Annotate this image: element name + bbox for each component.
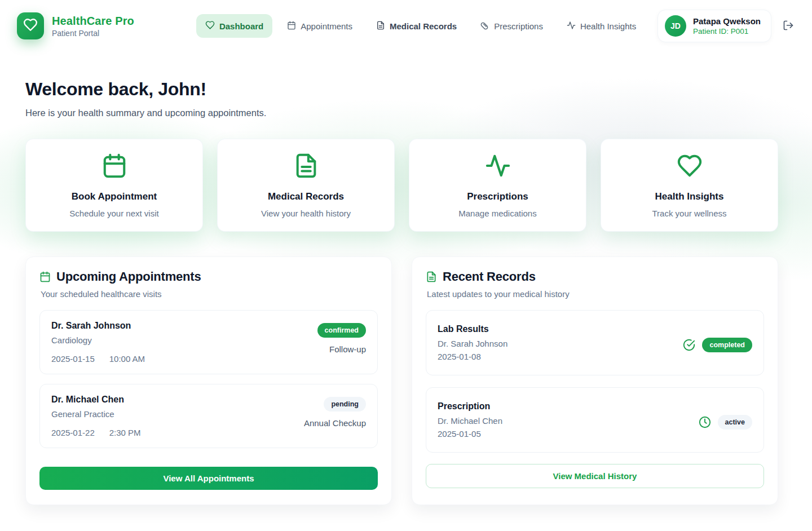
appointment-time: 2:30 PM bbox=[109, 428, 141, 437]
nav-health-insights-label: Health Insights bbox=[580, 21, 636, 31]
clock-icon bbox=[699, 416, 711, 428]
panel-title: Upcoming Appointments bbox=[56, 269, 201, 284]
calendar-icon bbox=[39, 271, 51, 282]
view-all-appointments-button[interactable]: View All Appointments bbox=[39, 467, 378, 490]
appointment-item[interactable]: Dr. Michael Chen General Practice 2025-0… bbox=[39, 384, 378, 448]
appointment-item[interactable]: Dr. Sarah Johnson Cardiology 2025-01-15 … bbox=[39, 310, 378, 374]
appointment-type: Follow-up bbox=[329, 344, 366, 354]
card-title: Medical Records bbox=[268, 191, 344, 202]
specialty: Cardiology bbox=[51, 335, 145, 345]
header: HealthCare Pro Patient Portal Dashboard … bbox=[0, 0, 812, 52]
appointment-type: Annual Checkup bbox=[304, 418, 366, 428]
quick-actions: Book Appointment Schedule your next visi… bbox=[25, 139, 778, 232]
logout-button[interactable] bbox=[780, 17, 796, 35]
card-subtitle: Track your wellness bbox=[652, 209, 727, 218]
panels-row: Upcoming Appointments Your scheduled hea… bbox=[25, 256, 778, 505]
activity-icon bbox=[485, 153, 511, 181]
record-item[interactable]: Lab Results Dr. Sarah Johnson 2025-01-08… bbox=[426, 310, 764, 375]
record-title: Prescription bbox=[438, 401, 502, 411]
user-name: Patapa Qwekson bbox=[693, 16, 761, 26]
heart-icon bbox=[205, 20, 215, 32]
card-book-appointment[interactable]: Book Appointment Schedule your next visi… bbox=[25, 139, 203, 232]
appointment-date: 2025-01-15 bbox=[51, 354, 95, 364]
status-badge: completed bbox=[702, 338, 752, 352]
heart-icon bbox=[677, 153, 703, 181]
doctor-name: Dr. Michael Chen bbox=[51, 395, 141, 405]
card-subtitle: View your health history bbox=[261, 209, 351, 218]
card-prescriptions[interactable]: Prescriptions Manage medications bbox=[409, 139, 586, 232]
status-badge: confirmed bbox=[317, 323, 366, 338]
nav-appointments[interactable]: Appointments bbox=[278, 15, 361, 38]
status-badge: active bbox=[718, 415, 752, 430]
nav-medical-records[interactable]: Medical Records bbox=[367, 15, 466, 38]
card-title: Health Insights bbox=[655, 191, 724, 202]
panel-subtitle: Latest updates to your medical history bbox=[427, 289, 764, 299]
record-title: Lab Results bbox=[438, 324, 508, 334]
nav-appointments-label: Appointments bbox=[301, 21, 352, 31]
calendar-icon bbox=[102, 153, 127, 181]
file-text-icon bbox=[293, 153, 319, 181]
page-title: Welcome back, John! bbox=[25, 79, 778, 100]
calendar-icon bbox=[287, 21, 296, 32]
record-date: 2025-01-05 bbox=[438, 429, 502, 439]
welcome-section: Welcome back, John! Here is your health … bbox=[25, 79, 778, 118]
patient-id: Patient ID: P001 bbox=[693, 27, 761, 36]
record-item[interactable]: Prescription Dr. Michael Chen 2025-01-05… bbox=[426, 387, 764, 453]
nav-medical-records-label: Medical Records bbox=[390, 21, 457, 31]
nav-health-insights[interactable]: Health Insights bbox=[558, 15, 645, 38]
card-title: Book Appointment bbox=[72, 191, 157, 202]
avatar: JD bbox=[665, 15, 686, 37]
heart-icon bbox=[23, 17, 38, 34]
brand: HealthCare Pro Patient Portal bbox=[17, 12, 134, 39]
card-subtitle: Manage medications bbox=[458, 209, 536, 218]
file-text-icon bbox=[426, 271, 437, 282]
upcoming-appointments-panel: Upcoming Appointments Your scheduled hea… bbox=[25, 256, 392, 505]
brand-subtitle: Patient Portal bbox=[52, 29, 134, 38]
specialty: General Practice bbox=[51, 409, 141, 419]
record-date: 2025-01-08 bbox=[438, 352, 508, 361]
card-medical-records[interactable]: Medical Records View your health history bbox=[217, 139, 395, 232]
file-text-icon bbox=[376, 21, 385, 32]
status-badge: pending bbox=[324, 397, 366, 411]
recent-records-panel: Recent Records Latest updates to your me… bbox=[412, 256, 778, 505]
panel-title: Recent Records bbox=[443, 269, 536, 284]
main-nav: Dashboard Appointments Medical Records P… bbox=[196, 14, 645, 38]
card-health-insights[interactable]: Health Insights Track your wellness bbox=[601, 139, 778, 232]
card-subtitle: Schedule your next visit bbox=[69, 209, 158, 218]
panel-subtitle: Your scheduled healthcare visits bbox=[41, 289, 378, 299]
user-chip[interactable]: JD Patapa Qwekson Patient ID: P001 bbox=[657, 10, 771, 42]
pill-icon bbox=[480, 21, 489, 32]
activity-icon bbox=[567, 21, 576, 32]
nav-prescriptions-label: Prescriptions bbox=[494, 21, 543, 31]
nav-dashboard-label: Dashboard bbox=[219, 21, 263, 31]
brand-logo bbox=[17, 12, 44, 39]
view-medical-history-button[interactable]: View Medical History bbox=[426, 464, 764, 488]
appointment-time: 10:00 AM bbox=[109, 354, 145, 364]
brand-name: HealthCare Pro bbox=[52, 15, 134, 28]
nav-dashboard[interactable]: Dashboard bbox=[196, 14, 272, 38]
logout-icon bbox=[783, 20, 794, 33]
nav-prescriptions[interactable]: Prescriptions bbox=[471, 15, 552, 38]
appointment-date: 2025-01-22 bbox=[51, 428, 95, 437]
record-doctor: Dr. Michael Chen bbox=[438, 416, 502, 426]
page-subtitle: Here is your health summary and upcoming… bbox=[25, 108, 778, 118]
check-circle-icon bbox=[683, 339, 695, 351]
card-title: Prescriptions bbox=[467, 191, 528, 202]
main-content: Welcome back, John! Here is your health … bbox=[25, 79, 778, 531]
record-doctor: Dr. Sarah Johnson bbox=[438, 339, 508, 348]
doctor-name: Dr. Sarah Johnson bbox=[51, 321, 145, 331]
